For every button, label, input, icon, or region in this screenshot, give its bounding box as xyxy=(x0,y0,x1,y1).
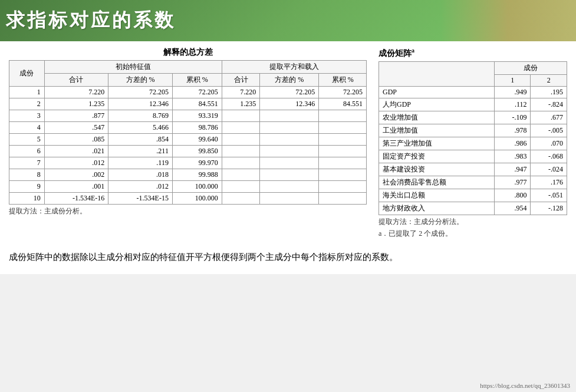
table-cell: .854 xyxy=(108,134,173,146)
table-cell: .012 xyxy=(108,181,173,193)
tables-row: 解释的总方差 成份 初始特征值 提取平方和载入 合计 方差的 % 累积 % 合计… xyxy=(9,47,567,239)
table-cell: .547 xyxy=(44,122,108,134)
table-row: 海关出口总额.800-.051 xyxy=(379,189,567,202)
component-label: 7 xyxy=(9,157,45,169)
table-cell xyxy=(260,181,319,193)
table-cell xyxy=(319,193,367,205)
component-value: -.109 xyxy=(494,111,531,124)
right-section: 成份矩阵a 成份 1 2 GDP.949.195人均GDP.112-.824农业… xyxy=(378,47,567,239)
table-cell xyxy=(222,122,260,134)
indicator-label: 基本建设投资 xyxy=(379,163,495,176)
table-cell xyxy=(260,157,319,169)
table-cell xyxy=(260,134,319,146)
table-cell: 100.000 xyxy=(172,181,222,193)
table-row: 人均GDP.112-.824 xyxy=(379,98,567,111)
col-header-cum-pct2: 累积 % xyxy=(319,74,367,87)
table-cell: 99.988 xyxy=(172,169,222,181)
indicator-label: 第三产业增加值 xyxy=(379,137,495,150)
table-cell: 12.346 xyxy=(108,98,173,110)
table-cell xyxy=(319,146,367,157)
table-cell: .119 xyxy=(108,157,173,169)
right-footer-note2: a．已提取了 2 个成份。 xyxy=(378,229,567,239)
table-row: 4.5475.46698.786 xyxy=(9,122,367,134)
table-cell: 100.000 xyxy=(172,193,222,205)
component-value: .800 xyxy=(494,189,531,202)
component-value: .949 xyxy=(494,86,531,98)
page-header: 求指标对应的系数 xyxy=(0,0,576,41)
variance-table: 成份 初始特征值 提取平方和载入 合计 方差的 % 累积 % 合计 方差的 % … xyxy=(9,60,367,205)
table-cell: 12.346 xyxy=(260,98,319,110)
right-col-header-component: 成份 xyxy=(494,61,567,74)
table-cell xyxy=(222,169,260,181)
table-row: 7.012.11999.970 xyxy=(9,157,367,169)
table-cell: 98.786 xyxy=(172,122,222,134)
table-row: 9.001.012100.000 xyxy=(9,181,367,193)
component-value: .983 xyxy=(494,150,531,163)
indicator-label: 农业增加值 xyxy=(379,111,495,124)
variance-table-body: 17.22072.20572.2057.22072.20572.20521.23… xyxy=(9,87,367,205)
table-cell: .085 xyxy=(44,134,108,146)
right-sub-col-1: 1 xyxy=(494,74,531,86)
right-table-title: 成份矩阵a xyxy=(378,47,567,59)
table-cell: 72.205 xyxy=(108,87,173,98)
table-cell: .211 xyxy=(108,146,173,157)
table-row: 10-1.534E-16-1.534E-15100.000 xyxy=(9,193,367,205)
table-cell: 84.551 xyxy=(172,98,222,110)
col-header-var-pct2: 方差的 % xyxy=(260,74,319,87)
component-value: -.128 xyxy=(531,202,567,215)
table-row: 地方财政收入.954-.128 xyxy=(379,202,567,215)
col-header-cum-pct1: 累积 % xyxy=(172,74,222,87)
table-cell: 5.466 xyxy=(108,122,173,134)
table-cell: 84.551 xyxy=(319,98,367,110)
table-cell xyxy=(319,169,367,181)
table-row: 5.085.85499.640 xyxy=(9,134,367,146)
table-cell: 93.319 xyxy=(172,110,222,122)
table-cell: 72.205 xyxy=(172,87,222,98)
table-cell xyxy=(222,146,260,157)
component-value: .176 xyxy=(531,176,567,189)
component-value: .947 xyxy=(494,163,531,176)
table-row: GDP.949.195 xyxy=(379,86,567,98)
table-cell: -1.534E-16 xyxy=(44,193,108,205)
col-header-component: 成份 xyxy=(9,61,45,87)
component-label: 2 xyxy=(9,98,45,110)
col-header-initial: 初始特征值 xyxy=(44,61,222,74)
indicator-label: GDP xyxy=(379,86,495,98)
component-matrix-table: 成份 1 2 GDP.949.195人均GDP.112-.824农业增加值-.1… xyxy=(378,61,567,215)
table-cell: 7.220 xyxy=(44,87,108,98)
component-value: -.005 xyxy=(531,124,567,137)
component-value: .195 xyxy=(531,86,567,98)
indicator-label: 人均GDP xyxy=(379,98,495,111)
table-cell xyxy=(260,169,319,181)
table-cell xyxy=(260,146,319,157)
left-section: 解释的总方差 成份 初始特征值 提取平方和载入 合计 方差的 % 累积 % 合计… xyxy=(9,47,367,216)
table-cell: .877 xyxy=(44,110,108,122)
table-cell: 1.235 xyxy=(222,98,260,110)
table-cell: 7.220 xyxy=(222,87,260,98)
component-value: .112 xyxy=(494,98,531,111)
table-row: 基本建设投资.947-.024 xyxy=(379,163,567,176)
table-cell xyxy=(260,122,319,134)
component-label: 1 xyxy=(9,87,45,98)
component-value: .986 xyxy=(494,137,531,150)
main-content: 解释的总方差 成份 初始特征值 提取平方和载入 合计 方差的 % 累积 % 合计… xyxy=(0,41,576,274)
table-cell xyxy=(222,134,260,146)
table-row: 21.23512.34684.5511.23512.34684.551 xyxy=(9,98,367,110)
table-row: 固定资产投资.983-.068 xyxy=(379,150,567,163)
component-label: 4 xyxy=(9,122,45,134)
table-cell: 99.850 xyxy=(172,146,222,157)
component-label: 10 xyxy=(9,193,45,205)
indicator-label: 固定资产投资 xyxy=(379,150,495,163)
header-decorative-image xyxy=(440,0,576,41)
table-cell xyxy=(222,110,260,122)
table-cell xyxy=(260,193,319,205)
component-value: .070 xyxy=(531,137,567,150)
table-cell xyxy=(319,110,367,122)
table-cell: -1.534E-15 xyxy=(108,193,173,205)
right-sub-col-2: 2 xyxy=(531,74,567,86)
table-row: 第三产业增加值.986.070 xyxy=(379,137,567,150)
table-cell: .001 xyxy=(44,181,108,193)
col-header-total1: 合计 xyxy=(44,74,108,87)
table-cell xyxy=(222,181,260,193)
table-cell xyxy=(319,122,367,134)
